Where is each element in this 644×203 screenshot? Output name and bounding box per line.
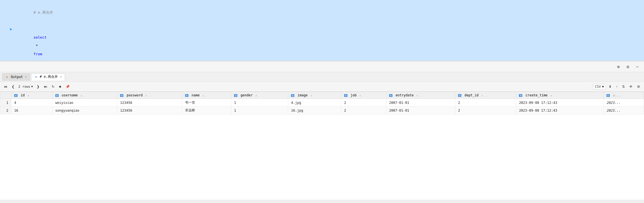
cell-dept-id-1: 2 [455, 99, 516, 107]
cell-create-time-2: 2023-09-08 17:12:43 [516, 107, 603, 114]
tab-e-remerge-label: # e.再合并 [40, 74, 58, 79]
cell-id-1: 4 [11, 99, 53, 107]
col-header-username[interactable]: ⊞ username ⇕ [52, 92, 117, 99]
tab-e-remerge-close[interactable]: ✕ [60, 75, 62, 79]
cell-gender-2: 1 [231, 107, 288, 114]
sort-icon-name[interactable]: ⇕ [202, 94, 204, 97]
separator-bar: ⊕ ⚙ − [0, 61, 644, 72]
col-icon-create-time: ⊞ [519, 94, 522, 97]
table-header-row: ⊞ id ⇕ ⊞ username ⇕ ⊞ password ⇕ [0, 92, 644, 99]
row-num-1: 1 [0, 99, 11, 107]
editor-content: # e.再合并 ▶ select * from tb_emp where (en… [0, 0, 644, 61]
cell-u-extra-1: 2023... [603, 99, 644, 107]
data-table-wrapper[interactable]: ⊞ id ⇕ ⊞ username ⇕ ⊞ password ⇕ [0, 92, 644, 200]
col-header-gender[interactable]: ⊞ gender ⇕ [231, 92, 288, 99]
tab-output-label: Output [11, 75, 23, 79]
col-icon-gender: ⊞ [234, 94, 237, 97]
col-icon-name: ⊞ [185, 94, 188, 97]
settings-icon[interactable]: ⚙ [625, 63, 631, 70]
cell-id-2: 16 [11, 107, 53, 114]
line-code-2[interactable]: select * from tb_emp where (entrydate,jo… [14, 25, 644, 61]
csv-label: CSV [595, 85, 601, 89]
col-header-password[interactable]: ⊞ password ⇕ [117, 92, 182, 99]
col-header-dept-id[interactable]: ⊞ dept_id ⇕ [455, 92, 516, 99]
col-label-entrydate: entrydate [396, 93, 414, 97]
col-label-u-extra: u... [613, 93, 621, 97]
col-icon-u-extra: ⊞ [606, 94, 610, 97]
results-table: ⊞ id ⇕ ⊞ username ⇕ ⊞ password ⇕ [0, 92, 644, 114]
output-tab-icon: ▶ [5, 75, 9, 79]
cell-create-time-1: 2023-09-08 17:12:43 [516, 99, 603, 107]
export-button[interactable]: ⬇ [607, 84, 613, 89]
editor-line-2: ▶ select * from tb_emp where (entrydate,… [0, 25, 644, 61]
sort-icon-job[interactable]: ⇕ [359, 94, 361, 97]
last-page-button[interactable]: ⏭ [42, 84, 49, 89]
col-header-u-extra[interactable]: ⊞ u... [603, 92, 644, 99]
sort-icon-dept-id[interactable]: ⇕ [481, 94, 483, 97]
sort-icon-image[interactable]: ⇕ [310, 94, 312, 97]
tab-output-close[interactable]: ✕ [25, 75, 27, 79]
sort-icon-create-time[interactable]: ⇕ [550, 94, 552, 97]
results-panel: ▶ Output ✕ ⊞ # e.再合并 ✕ ⏮ ❮ 2 rows ▼ ❯ ⏭ … [0, 72, 644, 200]
view-button[interactable]: 👁 [628, 84, 634, 89]
sort-icon-gender[interactable]: ⇕ [255, 94, 257, 97]
first-page-button[interactable]: ⏮ [2, 84, 9, 89]
col-icon-username: ⊞ [55, 94, 59, 97]
col-header-id[interactable]: ⊞ id ⇕ [11, 92, 53, 99]
next-page-button[interactable]: ❯ [35, 84, 41, 89]
tab-output[interactable]: ▶ Output ✕ [2, 73, 30, 81]
tabs-bar: ▶ Output ✕ ⊞ # e.再合并 ✕ [0, 72, 644, 82]
table-row: 1 4 weiyixiao 123456 韦一笑 1 4.jpg 2 2007-… [0, 99, 644, 107]
col-header-name[interactable]: ⊞ name ⇕ [182, 92, 231, 99]
csv-dropdown[interactable]: CSV ▼ [593, 84, 606, 89]
rows-chevron[interactable]: ▼ [31, 85, 33, 88]
transpose-button[interactable]: ⇅ [620, 84, 626, 89]
sort-icon-password[interactable]: ⇕ [146, 94, 147, 97]
cell-u-extra-2: 2023... [603, 107, 644, 114]
col-icon-password: ⊞ [120, 94, 123, 97]
line-arrow-2: ▶ [8, 25, 14, 33]
col-label-name: name [192, 93, 200, 97]
prev-page-button[interactable]: ❮ [10, 84, 16, 89]
cell-password-2: 123456 [117, 107, 182, 114]
sort-icon-entrydate[interactable]: ⇕ [416, 94, 418, 97]
col-label-gender: gender [241, 93, 253, 97]
line-code-1[interactable]: # e.再合并 [14, 0, 644, 25]
col-label-id: id [21, 93, 24, 97]
cell-username-2: songyuanqiao [52, 107, 117, 114]
col-header-job[interactable]: ⊞ job ⇕ [341, 92, 386, 99]
pin-button[interactable]: 📌 [64, 84, 71, 89]
cell-entrydate-1: 2007-01-01 [386, 99, 455, 107]
col-label-image: image [298, 93, 308, 97]
col-label-username: username [62, 93, 78, 97]
sort-icon-username[interactable]: ⇕ [81, 94, 82, 97]
col-label-password: password [127, 93, 143, 97]
col-icon-job: ⊞ [344, 94, 347, 97]
filter-button[interactable]: ↑ [614, 84, 619, 89]
cell-gender-1: 1 [231, 99, 288, 107]
col-label-dept-id: dept_id [464, 93, 479, 97]
col-header-image[interactable]: ⊞ image ⇕ [288, 92, 341, 99]
collapse-icon[interactable]: − [634, 63, 641, 70]
cell-name-2: 宋远桥 [182, 107, 231, 114]
kw-star: * [34, 44, 40, 48]
table-settings-button[interactable]: ⚙ [635, 84, 642, 89]
stop-button[interactable]: ■ [57, 84, 63, 89]
editor-line-1: # e.再合并 [0, 0, 644, 25]
tab-e-remerge[interactable]: ⊞ # e.再合并 ✕ [31, 73, 65, 81]
col-header-create-time[interactable]: ⊞ create_time ⇕ [516, 92, 603, 99]
data-toolbar: ⏮ ❮ 2 rows ▼ ❯ ⏭ ↻ ■ 📌 CSV ▼ ⬇ ↑ ⇅ 👁 ⚙ [0, 82, 644, 92]
add-panel-icon[interactable]: ⊕ [615, 63, 622, 70]
cell-dept-id-2: 2 [455, 107, 516, 114]
sort-icon-id[interactable]: ⇕ [28, 94, 29, 97]
editor-panel: # e.再合并 ▶ select * from tb_emp where (en… [0, 0, 644, 61]
cell-entrydate-2: 2007-01-01 [386, 107, 455, 114]
refresh-button[interactable]: ↻ [50, 84, 56, 89]
kw-select: select [34, 35, 47, 39]
kw-from: from [34, 52, 42, 56]
col-header-entrydate[interactable]: ⊞ entrydate ⇕ [386, 92, 455, 99]
col-header-rownum [0, 92, 11, 99]
table-row: 2 16 songyuanqiao 123456 宋远桥 1 16.jpg 2 … [0, 107, 644, 114]
e-remerge-tab-icon: ⊞ [34, 75, 38, 79]
rows-count: 2 rows ▼ [18, 85, 33, 89]
